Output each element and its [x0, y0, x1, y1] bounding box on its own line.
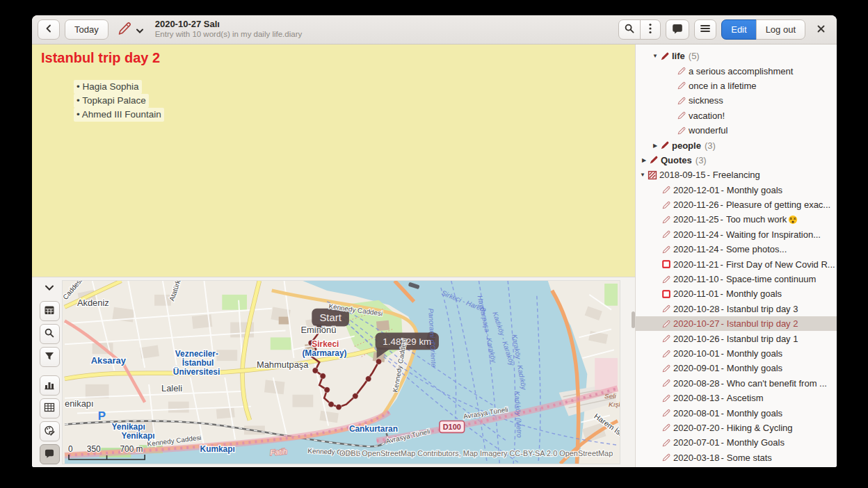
sidebar-entry-row[interactable]: 2020-07-01-Monthly Goals: [636, 435, 837, 450]
expander-closed-icon[interactable]: ▶: [650, 143, 660, 149]
panel-table-button[interactable]: [40, 398, 60, 418]
entry-icon: [661, 229, 673, 239]
map-view[interactable]: D100: [63, 281, 620, 464]
pane-resize-handle[interactable]: [632, 311, 635, 328]
entry-date: 2020-03-18: [673, 453, 720, 463]
entry-title: once in a lifetime: [689, 81, 757, 91]
entry-date: 2020-07-20: [673, 423, 720, 433]
map-label: enikapı: [65, 398, 94, 409]
sidebar-entry-row[interactable]: 2020-01-15-Some stats: [636, 465, 837, 467]
expander-open-icon[interactable]: ▼: [650, 53, 660, 59]
filter-icon: [44, 350, 55, 364]
entry-date: 2020-11-25: [673, 214, 719, 225]
panel-calendar-button[interactable]: [40, 301, 60, 321]
sidebar-entry-row[interactable]: vacation!: [636, 108, 837, 123]
entry-title: Hiking & Cycling: [727, 423, 793, 433]
entry-date: 2020-10-28: [673, 304, 720, 314]
sidebar-tag-row[interactable]: ▼life(5): [636, 49, 837, 63]
sidebar-entry-row[interactable]: a serious accomplishment: [636, 63, 837, 78]
sidebar-entry-row[interactable]: 2020-11-01-Monthly goals: [636, 286, 837, 301]
panel-bookmark-button[interactable]: [40, 444, 60, 464]
sidebar-entry-row[interactable]: 2020-08-28-Who can't benefit from ...: [636, 376, 837, 391]
expander-open-icon[interactable]: ▼: [638, 172, 648, 178]
panel-theme-button[interactable]: [40, 421, 60, 441]
today-button[interactable]: Today: [65, 19, 108, 40]
panel-search-button[interactable]: [40, 324, 60, 344]
sidebar-tag-row[interactable]: ▶Quotes(3): [636, 153, 837, 168]
sidebar-entry-row[interactable]: 2020-08-01-Monthly goals: [636, 405, 837, 420]
search-button[interactable]: [618, 19, 641, 40]
entry-title: Monthly Goals: [727, 437, 785, 448]
sidebar-entry-row[interactable]: 2020-10-01-Monthly goals: [636, 346, 837, 361]
entry-date: 2020-10-26: [673, 334, 720, 344]
tag-icon: [660, 140, 672, 150]
table-icon: [44, 402, 55, 416]
sidebar-entry-row[interactable]: 2020-03-18-Some stats: [636, 450, 837, 465]
entry-title: Freelancing: [713, 170, 760, 180]
entry-separator: -: [707, 170, 710, 180]
sidebar-entry-row[interactable]: once in a lifetime: [636, 79, 837, 93]
close-icon: [817, 24, 826, 36]
entry-date: 2020-10-01: [673, 348, 720, 359]
collapse-panel-button[interactable]: [40, 280, 58, 295]
sidebar-entry-row[interactable]: 2020-10-27-Istanbul trip day 2: [636, 316, 837, 331]
entry-separator: -: [721, 453, 724, 463]
sidebar-entry-row[interactable]: 2020-12-01-Monthly goals: [636, 183, 837, 197]
entry-date: 2020-11-24: [673, 229, 719, 240]
map-label: Sirkeci: [312, 339, 339, 349]
edit-button[interactable]: Edit: [721, 19, 756, 40]
sidebar-chapter-row[interactable]: ▼2018-09-15-Freelancing: [636, 168, 837, 182]
entry-icon: [661, 200, 673, 210]
main-pane: Istanbul trip day 2 • Hagia Sophia• Topk…: [32, 44, 635, 467]
main-menu-button[interactable]: [694, 19, 716, 40]
entry-editor[interactable]: Istanbul trip day 2 • Hagia Sophia• Topk…: [32, 44, 635, 277]
entry-date: 2020-09-01: [673, 363, 720, 373]
entry-separator: -: [721, 348, 724, 359]
map-label: Aksaray: [91, 355, 127, 366]
entry-date: 2020-11-24: [673, 244, 719, 254]
hamburger-menu-icon: [700, 24, 711, 35]
sidebar-entry-row[interactable]: sickness: [636, 93, 837, 108]
sidebar-entry-row[interactable]: 2020-08-13-Ascetism: [636, 391, 837, 405]
entry-date: 2020-08-01: [673, 408, 720, 418]
sidebar-entry-row[interactable]: 2020-09-01-Monthly goals: [636, 361, 837, 375]
map-label: Eminönü: [300, 325, 336, 335]
sidebar-entry-row[interactable]: 2020-11-26-Pleasure of getting exac...: [636, 197, 837, 212]
panel-filter-button[interactable]: [40, 347, 60, 367]
expander-closed-icon[interactable]: ▶: [639, 157, 649, 163]
entry-separator: -: [721, 318, 724, 329]
map-label: ODBL OpenStreetMap Contributors, Map Ima…: [339, 449, 613, 457]
sidebar-entry-row[interactable]: 2020-10-28-Istanbul trip day 3: [636, 302, 837, 316]
entry-menu-button[interactable]: [113, 19, 146, 40]
sidebar-entry-row[interactable]: 2020-07-20-Hiking & Cycling: [636, 421, 837, 435]
close-button[interactable]: [810, 19, 831, 40]
edit-label: Edit: [731, 24, 746, 35]
back-button[interactable]: [38, 19, 60, 40]
sidebar-entry-row[interactable]: 2020-10-26-Istanbul trip day 1: [636, 331, 837, 345]
panel-chart-button[interactable]: [40, 375, 60, 396]
tag-count: (3): [696, 155, 707, 165]
sidebar-entry-row[interactable]: wonderful: [636, 123, 837, 138]
sidebar-entry-row[interactable]: 2020-11-24-Waiting for Inspiration...: [636, 227, 837, 242]
more-options-button[interactable]: [640, 19, 661, 40]
sidebar-tag-row[interactable]: ▶people(3): [636, 138, 837, 152]
map-label: Kumkapı: [200, 444, 235, 454]
sidebar-entry-row[interactable]: 2020-11-24-Some photos...: [636, 242, 837, 257]
map-label: Fatih: [270, 447, 287, 457]
entry-separator: -: [721, 185, 724, 195]
entry-date: 2020-07-01: [673, 437, 720, 448]
logout-button[interactable]: Log out: [756, 19, 805, 40]
entry-title: Monthly goals: [727, 363, 782, 373]
sidebar-entry-row[interactable]: 2020-11-21-First Day of New Covid R...: [636, 257, 837, 271]
entry-title: sickness: [689, 95, 723, 106]
entry-title: Monthly goals: [727, 408, 782, 418]
dizzy-face-icon: [788, 215, 798, 225]
entry-date: 2020-08-28: [673, 378, 720, 389]
entry-title: Monthly goals: [726, 288, 782, 299]
map-label: Laleli: [161, 383, 182, 393]
sidebar-entry-row[interactable]: 2020-11-25-Too much work: [636, 212, 837, 227]
entry-date: 2020-11-26: [673, 200, 719, 210]
entry-title: Monthly goals: [727, 348, 782, 359]
sidebar-entry-row[interactable]: 2020-11-10-Space-time continuum: [636, 272, 837, 286]
bookmarks-button[interactable]: [666, 19, 689, 40]
